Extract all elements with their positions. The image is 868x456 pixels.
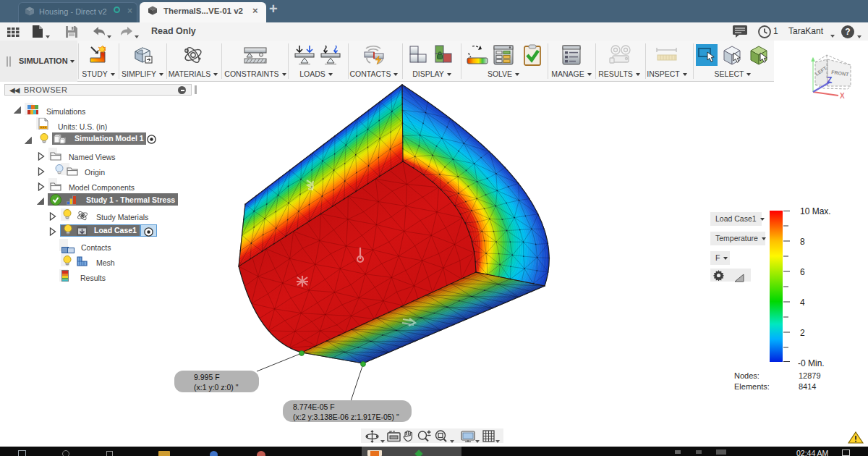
- svg-text:X: X: [840, 92, 845, 100]
- svg-text:Z: Z: [827, 75, 832, 85]
